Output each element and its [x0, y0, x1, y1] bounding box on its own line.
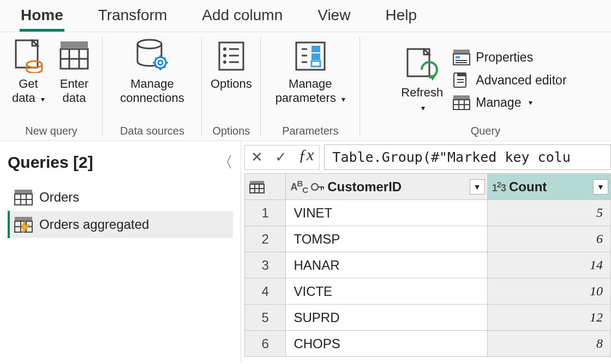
query-item-orders-aggregated[interactable]: Orders aggregated [8, 211, 233, 238]
cell-count[interactable]: 5 [487, 200, 610, 226]
table-row[interactable]: 2TOMSP6 [245, 226, 611, 252]
table-bolt-icon [14, 216, 33, 233]
cell-customerid[interactable]: CHOPS [286, 331, 487, 357]
queries-pane: Queries [2] 〈 Orders Orders aggregated [0, 141, 241, 362]
collapse-icon[interactable]: 〈 [218, 152, 233, 173]
group-label-new-query: New query [25, 123, 77, 138]
table-row[interactable]: 5SUPRD12 [245, 305, 611, 331]
get-data-label: Get data ▾ [12, 77, 45, 106]
table-corner[interactable] [245, 174, 286, 200]
properties-button[interactable]: Properties [450, 48, 570, 66]
table-icon [14, 189, 33, 205]
chevron-down-icon: ▾ [529, 98, 532, 107]
svg-rect-36 [456, 56, 460, 58]
svg-line-16 [164, 58, 165, 59]
fx-icon: ƒx [293, 145, 319, 169]
chevron-down-icon: ▾ [421, 104, 425, 113]
row-number: 1 [245, 200, 286, 226]
column-filter-button[interactable]: ▼ [470, 179, 485, 195]
options-button[interactable]: Options [211, 37, 252, 91]
advanced-editor-label: Advanced editor [476, 73, 566, 88]
enter-data-button[interactable]: Enter data [55, 37, 94, 106]
ribbon-tabs: Home Transform Add column View Help [0, 0, 611, 32]
svg-marker-58 [21, 221, 29, 233]
cell-customerid[interactable]: SUPRD [286, 305, 487, 331]
row-number: 6 [245, 331, 286, 357]
svg-point-64 [312, 184, 318, 190]
main-area: Queries [2] 〈 Orders Orders aggregated ✕… [0, 141, 611, 362]
ribbon: Get data ▾ Enter data New query Manage c… [0, 32, 611, 141]
svg-line-13 [155, 58, 157, 59]
tab-home[interactable]: Home [20, 7, 64, 32]
formula-bar: ✕ ✓ ƒx Table.Group(#"Marked key colu [244, 144, 611, 170]
cell-customerid[interactable]: VICTE [286, 278, 487, 305]
parameters-icon [295, 39, 326, 74]
column-header-count[interactable]: 123 Count ▼ [487, 174, 610, 200]
chevron-down-icon: ▾ [342, 95, 345, 104]
group-label-data-sources: Data sources [120, 123, 184, 138]
svg-line-14 [164, 66, 165, 68]
cell-count[interactable]: 14 [487, 252, 610, 278]
tab-view[interactable]: View [316, 7, 351, 32]
options-icon [218, 39, 244, 74]
svg-point-1 [27, 61, 42, 68]
svg-point-20 [223, 54, 226, 57]
commit-formula-button[interactable]: ✓ [269, 145, 293, 169]
database-gear-icon [133, 39, 171, 74]
svg-line-15 [155, 66, 157, 68]
number-type-icon: 123 [492, 180, 506, 194]
data-grid: ABC CustomerID ▼ 123 Count ▼ [244, 173, 611, 357]
table-row[interactable]: 6CHOPS8 [245, 331, 611, 357]
svg-rect-53 [15, 217, 32, 221]
cell-count[interactable]: 6 [487, 226, 610, 252]
svg-rect-43 [453, 95, 470, 100]
manage-connections-button[interactable]: Manage connections [111, 37, 193, 106]
table-row[interactable]: 1VINET5 [245, 200, 611, 226]
manage-parameters-button[interactable]: Manage parameters ▾ [269, 37, 351, 106]
row-number: 4 [245, 278, 286, 305]
tab-add-column[interactable]: Add column [201, 7, 284, 32]
table-row[interactable]: 4VICTE10 [245, 278, 611, 305]
cancel-formula-button[interactable]: ✕ [245, 145, 269, 169]
query-item-orders[interactable]: Orders [8, 184, 233, 211]
svg-rect-40 [457, 73, 466, 76]
queries-title: Queries [2] [8, 153, 93, 172]
table-row[interactable]: 3HANAR14 [245, 252, 611, 278]
column-filter-button[interactable]: ▼ [593, 179, 608, 195]
row-number: 2 [245, 226, 286, 252]
svg-rect-29 [312, 46, 320, 52]
group-label-query: Query [471, 123, 500, 138]
get-data-button[interactable]: Get data ▾ [9, 37, 48, 106]
ribbon-group-new-query: Get data ▾ Enter data New query [0, 32, 103, 141]
column-header-customerid[interactable]: ABC CustomerID ▼ [286, 174, 487, 200]
options-label: Options [211, 77, 252, 91]
ribbon-group-query: Refresh▾ Properties Advanced editor [360, 32, 611, 141]
get-data-icon [14, 39, 43, 74]
cell-customerid[interactable]: HANAR [286, 252, 487, 278]
cell-count[interactable]: 12 [487, 305, 610, 331]
text-type-icon: ABC [290, 179, 308, 195]
manage-label: Manage [476, 95, 521, 110]
formula-input[interactable]: Table.Group(#"Marked key colu [324, 144, 611, 170]
tab-transform[interactable]: Transform [97, 7, 169, 32]
column-name: CustomerID [327, 179, 402, 195]
row-number: 5 [245, 305, 286, 331]
enter-data-icon [59, 39, 89, 74]
manage-button[interactable]: Manage ▾ [450, 94, 570, 111]
group-label-parameters: Parameters [282, 123, 338, 138]
refresh-icon [405, 47, 439, 82]
cell-customerid[interactable]: VINET [286, 200, 487, 226]
properties-icon [453, 49, 470, 65]
ribbon-group-data-sources: Manage connections Data sources [103, 32, 202, 141]
advanced-editor-button[interactable]: Advanced editor [450, 71, 570, 89]
key-icon [311, 181, 324, 193]
properties-label: Properties [476, 50, 533, 65]
svg-point-7 [137, 40, 161, 48]
query-item-label: Orders [39, 190, 79, 205]
tab-help[interactable]: Help [384, 7, 418, 32]
cell-count[interactable]: 10 [487, 278, 610, 305]
cell-customerid[interactable]: TOMSP [286, 226, 487, 252]
refresh-button[interactable]: Refresh▾ [401, 45, 443, 114]
content-pane: ✕ ✓ ƒx Table.Group(#"Marked key colu ABC… [241, 141, 611, 362]
cell-count[interactable]: 8 [487, 331, 610, 357]
